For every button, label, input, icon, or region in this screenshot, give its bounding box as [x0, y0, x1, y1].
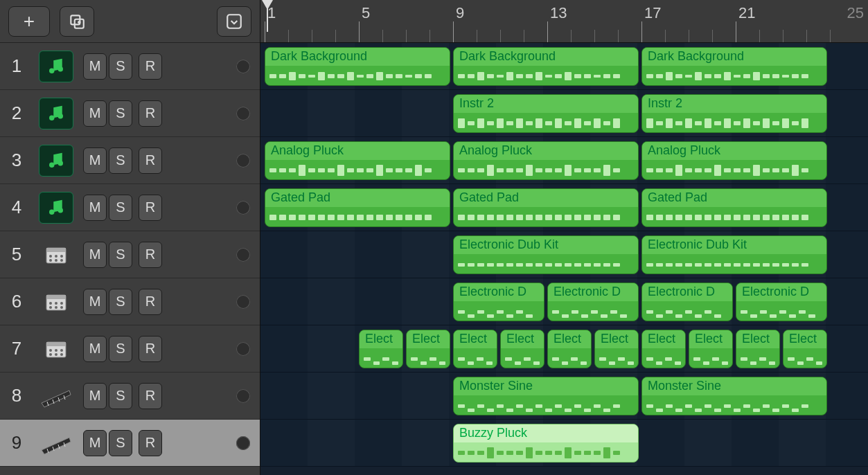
track-header[interactable]: 7MSR: [0, 325, 260, 373]
track-number: 4: [0, 197, 33, 218]
track-header[interactable]: 9MSR: [0, 420, 260, 467]
track-header[interactable]: 4MSR: [0, 184, 260, 231]
solo-button[interactable]: S: [109, 53, 132, 80]
midi-region[interactable]: Gated Pad: [641, 188, 827, 227]
solo-button[interactable]: S: [109, 195, 132, 221]
arrange-lane[interactable]: Instr 2Instr 2: [260, 90, 868, 137]
midi-region[interactable]: Elect: [594, 330, 639, 368]
arrange-area[interactable]: 159131721 25 Dark BackgroundDark Backgro…: [260, 0, 868, 475]
track-instrument-icon[interactable]: [39, 145, 73, 177]
mute-button[interactable]: M: [83, 383, 107, 409]
arrange-lane[interactable]: Dark BackgroundDark BackgroundDark Backg…: [260, 43, 868, 90]
mute-button[interactable]: M: [83, 100, 107, 127]
midi-region[interactable]: Analog Pluck: [453, 141, 639, 180]
arrange-lane[interactable]: Electronic Dub KitElectronic Dub Kit: [260, 231, 868, 278]
midi-region[interactable]: Electronic Dub Kit: [453, 235, 639, 274]
track-instrument-icon[interactable]: [39, 380, 73, 412]
solo-button[interactable]: S: [109, 336, 132, 362]
record-enable-button[interactable]: R: [139, 289, 162, 315]
midi-region[interactable]: Elect: [500, 330, 544, 368]
timeline-ruler[interactable]: 159131721 25: [260, 0, 868, 43]
midi-region[interactable]: Elect: [453, 330, 497, 368]
record-enable-button[interactable]: R: [139, 195, 162, 221]
solo-button[interactable]: S: [109, 289, 132, 315]
track-header[interactable]: 8MSR: [0, 373, 260, 420]
midi-region[interactable]: Gated Pad: [453, 188, 639, 227]
mute-button[interactable]: M: [83, 336, 107, 362]
midi-region[interactable]: Monster Sine: [453, 377, 639, 415]
record-enable-button[interactable]: R: [139, 383, 162, 409]
mute-button[interactable]: M: [83, 242, 107, 268]
solo-button[interactable]: S: [109, 383, 132, 409]
midi-region[interactable]: Elect: [736, 330, 780, 368]
solo-button[interactable]: S: [109, 242, 132, 268]
track-header[interactable]: 1MSR: [0, 43, 260, 90]
mute-button[interactable]: M: [83, 430, 107, 456]
midi-region[interactable]: Elect: [783, 330, 827, 368]
duplicate-track-button[interactable]: [60, 6, 94, 37]
midi-region[interactable]: Elect: [406, 330, 450, 368]
region-waveform: [736, 301, 826, 321]
solo-button[interactable]: S: [109, 147, 132, 174]
region-label: Analog Pluck: [454, 142, 638, 160]
record-enable-button[interactable]: R: [139, 336, 162, 362]
svg-point-32: [55, 349, 57, 352]
record-indicator: [236, 436, 250, 450]
record-indicator: [236, 248, 250, 262]
midi-region[interactable]: Electronic D: [453, 283, 544, 321]
arrange-lane[interactable]: Analog PluckAnalog PluckAnalog Pluck: [260, 137, 868, 184]
track-instrument-icon[interactable]: [39, 286, 73, 318]
region-label: Dark Background: [454, 48, 638, 66]
arrange-lane[interactable]: Gated PadGated PadGated Pad: [260, 184, 868, 231]
midi-region[interactable]: Elect: [689, 330, 733, 368]
region-waveform: [454, 254, 638, 274]
midi-region[interactable]: Electronic Dub Kit: [641, 235, 827, 274]
record-enable-button[interactable]: R: [139, 53, 162, 80]
midi-region[interactable]: Dark Background: [453, 47, 639, 86]
midi-region[interactable]: Analog Pluck: [641, 141, 827, 180]
mute-button[interactable]: M: [83, 147, 107, 174]
midi-region[interactable]: Elect: [359, 330, 403, 368]
midi-region[interactable]: Dark Background: [641, 47, 827, 86]
add-track-button[interactable]: +: [8, 6, 50, 37]
arrange-lane[interactable]: Buzzy Pluck: [260, 420, 868, 467]
record-enable-button[interactable]: R: [139, 242, 162, 268]
midi-region[interactable]: Electronic D: [547, 283, 639, 321]
track-instrument-icon[interactable]: [39, 51, 73, 82]
mute-button[interactable]: M: [83, 53, 107, 80]
midi-region[interactable]: Buzzy Pluck: [453, 424, 639, 463]
mute-button[interactable]: M: [83, 289, 107, 315]
track-number: 2: [0, 102, 33, 124]
midi-region[interactable]: Analog Pluck: [265, 141, 450, 180]
arrange-lane[interactable]: Monster SineMonster Sine: [260, 373, 868, 420]
midi-region[interactable]: Instr 2: [453, 94, 639, 133]
record-enable-button[interactable]: R: [139, 100, 162, 127]
arrange-lane[interactable]: ElectElectElectElectElectElectElectElect…: [260, 325, 868, 373]
track-instrument-icon[interactable]: [39, 239, 73, 271]
mute-button[interactable]: M: [83, 195, 107, 221]
track-header[interactable]: 5MSR: [0, 231, 260, 278]
track-instrument-icon[interactable]: [39, 192, 73, 224]
midi-region[interactable]: Elect: [641, 330, 686, 368]
solo-button[interactable]: S: [109, 100, 132, 127]
solo-button[interactable]: S: [109, 430, 132, 456]
midi-region[interactable]: Gated Pad: [265, 188, 450, 227]
record-enable-button[interactable]: R: [139, 147, 162, 174]
track-menu-button[interactable]: [217, 6, 251, 37]
midi-region[interactable]: Elect: [547, 330, 592, 368]
svg-point-35: [55, 353, 57, 356]
midi-region[interactable]: Instr 2: [641, 94, 827, 133]
track-instrument-icon[interactable]: [39, 98, 73, 129]
track-header[interactable]: 3MSR: [0, 137, 260, 184]
track-instrument-icon[interactable]: [39, 427, 73, 459]
midi-region[interactable]: Dark Background: [265, 47, 450, 86]
track-header[interactable]: 6MSR: [0, 278, 260, 325]
record-enable-button[interactable]: R: [139, 430, 162, 456]
track-header[interactable]: 2MSR: [0, 90, 260, 137]
midi-region[interactable]: Electronic D: [736, 283, 827, 321]
region-label: Elect: [689, 330, 732, 348]
arrange-lane[interactable]: Electronic DElectronic DElectronic DElec…: [260, 278, 868, 325]
midi-region[interactable]: Monster Sine: [641, 377, 827, 415]
track-instrument-icon[interactable]: [39, 333, 73, 365]
midi-region[interactable]: Electronic D: [641, 283, 733, 321]
